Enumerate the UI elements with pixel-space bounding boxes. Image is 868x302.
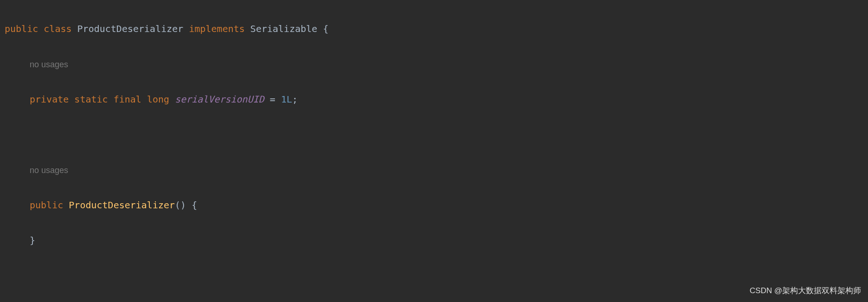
class-name: ProductDeserializer: [77, 23, 184, 34]
equals: =: [270, 94, 275, 105]
constructor-name: ProductDeserializer: [69, 199, 175, 211]
field-name: serialVersionUID: [175, 94, 264, 105]
keyword-public: public: [5, 23, 38, 34]
number-literal: 1L: [281, 94, 292, 105]
code-line: public class ProductDeserializer impleme…: [5, 20, 863, 38]
usage-hint: no usages: [5, 161, 863, 179]
brace: {: [191, 199, 197, 211]
keyword-static: static: [74, 94, 108, 105]
keyword-long: long: [147, 94, 169, 105]
keyword-private: private: [30, 94, 69, 105]
brace-close: }: [30, 235, 35, 246]
code-line: }: [5, 231, 863, 249]
keyword-final: final: [114, 94, 141, 105]
code-line: private static final long serialVersionU…: [5, 90, 863, 108]
blank-line: [5, 267, 863, 284]
watermark-text: CSDN @架构大数据双料架构师: [750, 283, 861, 298]
interface-name: Serializable: [250, 23, 318, 34]
blank-line: [5, 126, 863, 143]
usage-hint: no usages: [5, 55, 863, 73]
keyword-public: public: [30, 199, 63, 211]
keyword-class: class: [44, 23, 71, 34]
code-line: public ProductDeserializer() {: [5, 196, 863, 214]
keyword-implements: implements: [189, 23, 244, 34]
parens: (): [175, 199, 186, 211]
semicolon: ;: [292, 94, 298, 105]
brace: {: [323, 23, 328, 34]
code-editor[interactable]: public class ProductDeserializer impleme…: [0, 0, 868, 302]
